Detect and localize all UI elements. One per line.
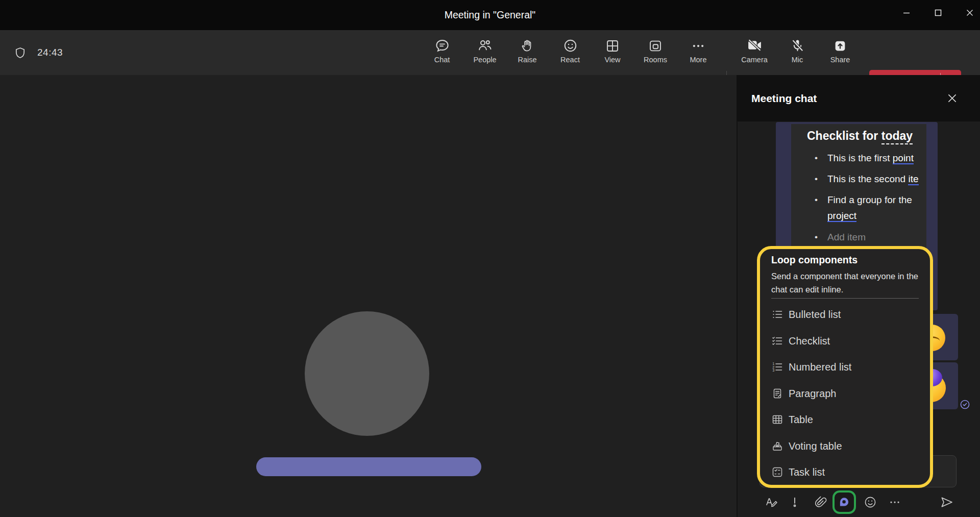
checklist-item: • Find a group for the project <box>815 192 924 224</box>
loop-components-popup: Loop components Send a component that ev… <box>757 246 933 488</box>
toolbar-button-label: Camera <box>741 56 768 64</box>
send-icon <box>939 495 954 510</box>
toolbar-button-label: People <box>473 56 496 64</box>
message-read-receipt-icon <box>960 399 970 410</box>
checklist-item: • This is the second ite <box>815 171 924 187</box>
popup-divider <box>771 298 919 299</box>
toolbar-button-label: Share <box>830 56 850 64</box>
toolbar-button-raise[interactable]: Raise <box>506 34 548 72</box>
close-icon <box>966 9 973 16</box>
toolbar-button-label: Chat <box>434 56 450 64</box>
checklist-item-link[interactable]: point <box>893 153 914 164</box>
title-bar: Meeting in "General" <box>0 0 980 30</box>
popup-item-table[interactable]: Table <box>765 409 925 430</box>
teams-meeting-window: Meeting in "General" 24:43 <box>0 0 980 517</box>
view-grid-icon <box>605 34 620 54</box>
popup-title: Loop components <box>771 254 857 266</box>
format-button[interactable] <box>764 495 779 510</box>
table-icon <box>771 413 783 426</box>
add-item-row[interactable]: • Add item <box>815 229 924 245</box>
checklist-item-link[interactable]: ite <box>908 174 918 185</box>
toolbar-button-label: Rooms <box>644 56 667 64</box>
loop-components-button[interactable] <box>832 490 856 514</box>
toolbar-button-camera[interactable]: Camera <box>733 34 775 72</box>
chat-panel-title: Meeting chat <box>751 92 817 105</box>
raise-hand-icon <box>520 34 535 54</box>
emoji-button[interactable] <box>863 495 878 510</box>
window-title: Meeting in "General" <box>0 0 980 30</box>
close-window-button[interactable] <box>955 0 980 26</box>
popup-item-voting-table[interactable]: Voting table <box>765 435 925 457</box>
popup-item-numbered-list[interactable]: 1 2 3 Numbered list <box>765 356 925 378</box>
meeting-stage <box>0 75 737 517</box>
chat-panel-header: Meeting chat <box>737 75 980 121</box>
paragraph-icon <box>771 387 783 400</box>
chat-close-button[interactable] <box>944 90 960 106</box>
attach-file-button[interactable] <box>813 495 828 510</box>
more-dots-icon <box>888 496 901 509</box>
close-icon <box>947 93 957 103</box>
paperclip-icon <box>814 495 828 509</box>
maximize-icon <box>935 9 942 16</box>
more-dots-icon <box>691 34 706 54</box>
toolbar-button-label: Mic <box>792 56 803 64</box>
toolbar-button-people[interactable]: People <box>464 34 506 72</box>
maximize-button[interactable] <box>924 0 952 26</box>
emoji-smiley-icon <box>863 495 877 509</box>
toolbar-button-rooms[interactable]: Rooms <box>634 34 676 72</box>
participant-avatar <box>305 311 429 436</box>
title-editing-cursor: today <box>881 129 913 144</box>
toolbar-button-label: More <box>690 56 706 64</box>
toolbar-button-label: Raise <box>518 56 536 64</box>
chat-icon <box>434 34 450 54</box>
toolbar-button-share[interactable]: Share <box>819 34 861 72</box>
toolbar-button-label: React <box>560 56 580 64</box>
meeting-toolbar: 24:43 Chat People <box>0 30 980 75</box>
mic-off-icon <box>790 34 805 54</box>
toolbar-button-mic[interactable]: Mic <box>776 34 818 72</box>
toolbar-button-label: View <box>604 56 620 64</box>
checklist-item-link[interactable]: project <box>827 210 856 222</box>
minimize-button[interactable] <box>892 0 921 26</box>
popup-item-paragraph[interactable]: Paragraph <box>765 383 925 404</box>
rooms-icon <box>648 34 663 54</box>
toolbar-button-more[interactable]: More <box>677 34 719 72</box>
toolbar-button-react[interactable]: React <box>549 34 591 72</box>
participant-name-pill <box>256 457 481 476</box>
share-icon <box>832 34 848 54</box>
camera-off-icon <box>746 34 763 54</box>
format-icon <box>765 495 779 509</box>
task-list-icon <box>771 466 783 478</box>
popup-item-bulleted-list[interactable]: Bulleted list <box>765 304 925 325</box>
numbered-list-icon: 1 2 3 <box>771 361 783 373</box>
react-smiley-icon <box>562 34 578 54</box>
minimize-icon <box>903 9 910 16</box>
popup-item-checklist[interactable]: Checklist <box>765 330 925 352</box>
loop-logo-icon <box>838 496 851 509</box>
toolbar-button-chat[interactable]: Chat <box>421 34 463 72</box>
checklist-icon <box>771 335 783 347</box>
shield-icon <box>13 46 27 60</box>
popup-description: Send a component that everyone in the ch… <box>771 269 924 296</box>
popup-item-task-list[interactable]: Task list <box>765 461 925 483</box>
bulleted-list-icon <box>771 308 783 321</box>
exclamation-icon <box>788 495 802 509</box>
voting-table-icon <box>771 440 783 452</box>
svg-text:3: 3 <box>773 368 775 372</box>
toolbar-button-view[interactable]: View <box>592 34 633 72</box>
timer-value: 24:43 <box>37 47 63 58</box>
meeting-timer: 24:43 <box>13 30 63 75</box>
checklist-card-title: Checklist for today <box>807 129 924 143</box>
set-importance-button[interactable] <box>787 495 802 510</box>
message-options-button[interactable] <box>887 495 902 510</box>
people-icon <box>477 34 493 54</box>
send-message-button[interactable] <box>939 495 954 510</box>
checklist-item: • This is the first point <box>815 150 924 166</box>
